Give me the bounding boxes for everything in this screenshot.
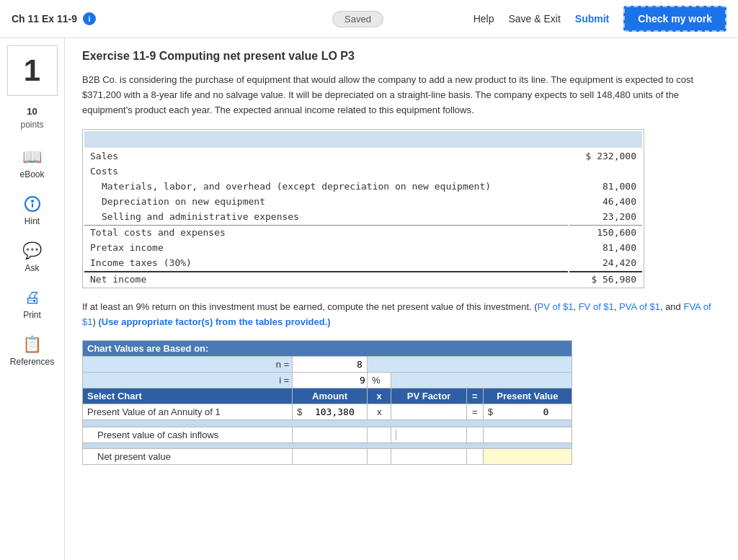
income-row-pretax: Pretax income 81,400 (84, 241, 642, 254)
income-row-depreciation: Depreciation on new equipment 46,400 (84, 195, 642, 208)
top-nav: Ch 11 Ex 11-9 i Saved Help Save & Exit S… (0, 0, 738, 38)
check-my-work-button[interactable]: Check my work (623, 6, 726, 32)
pv1-link[interactable]: PV of $1 (538, 301, 574, 312)
col-header-x: x (367, 388, 391, 404)
income-label-selling: Selling and administrative expenses (84, 210, 568, 223)
income-value-pretax: 81,400 (569, 241, 642, 254)
pva1-link[interactable]: PVA of $1 (619, 301, 660, 312)
chart-select-cell: Present Value of an Annuity of 1 (83, 404, 293, 419)
svg-rect-2 (32, 203, 33, 208)
references-icon: 📋 (22, 334, 43, 355)
n-value (293, 356, 368, 372)
npv-input[interactable] (488, 451, 567, 462)
exercise-body: B2B Co. is considering the purchase of e… (82, 73, 721, 117)
n-input[interactable] (319, 359, 363, 370)
sidebar-item-ask[interactable]: 💬 Ask (4, 235, 61, 279)
chart-pv-cell: $ (483, 404, 572, 419)
income-label-total: Total costs and expenses (84, 225, 568, 239)
col-header-select: Select Chart (83, 388, 293, 404)
cashflow-pv-input[interactable] (396, 430, 453, 440)
nav-right: Help Save & Exit Submit Check my work (474, 6, 726, 32)
npv-blank4 (466, 448, 483, 464)
sidebar: 1 10 points 📖 eBook Hint 💬 Ask 🖨 Print 📋… (0, 38, 65, 560)
col-header-eq: = (466, 388, 483, 404)
sidebar-label-references: References (10, 357, 54, 367)
chart-amount-cell: $ (293, 404, 368, 419)
sidebar-label-ask: Ask (25, 263, 39, 273)
nav-left: Ch 11 Ex 11-9 i (12, 12, 242, 25)
chart-npv-row: Net present value (83, 448, 572, 464)
main-layout: 1 10 points 📖 eBook Hint 💬 Ask 🖨 Print 📋… (0, 38, 738, 560)
hint-icon (22, 194, 43, 214)
i-input[interactable] (337, 375, 365, 386)
chart-x-cell: x (367, 404, 391, 419)
income-value-selling: 23,200 (569, 210, 642, 223)
sidebar-item-hint[interactable]: Hint (4, 188, 61, 232)
chart-pv-factor-cell (391, 404, 466, 419)
cashflow-total (483, 427, 572, 443)
income-label-net: Net income (84, 271, 568, 286)
income-label-materials: Materials, labor, and overhead (except d… (84, 179, 568, 193)
sidebar-item-ebook[interactable]: 📖 eBook (4, 141, 61, 185)
instruction-para: If at least an 9% return on this investm… (82, 300, 721, 330)
sidebar-label-ebook: eBook (19, 169, 44, 179)
col-header-present-value: Present Value (483, 388, 572, 404)
income-label-depreciation: Depreciation on new equipment (84, 195, 568, 208)
i-value (293, 372, 368, 388)
npv-label: Net present value (83, 448, 293, 464)
cashflow-x (367, 427, 391, 443)
income-value-sales: $ 232,000 (569, 149, 642, 163)
income-row-total: Total costs and expenses 150,600 (84, 225, 642, 239)
chart-wrapper: Chart Values are Based on: n = i = (82, 340, 572, 465)
info-icon[interactable]: i (83, 12, 96, 25)
npv-blank2 (367, 448, 391, 464)
chart-data-row-1: Present Value of an Annuity of 1 $ x = $ (83, 404, 572, 419)
income-row-taxes: Income taxes (30%) 24,420 (84, 256, 642, 270)
income-row-selling: Selling and administrative expenses 23,2… (84, 210, 642, 223)
sidebar-label-hint: Hint (25, 216, 40, 226)
income-row-materials: Materials, labor, and overhead (except d… (84, 179, 642, 193)
npv-blank1 (293, 448, 368, 464)
points-value: 10 (27, 106, 37, 117)
amount-input[interactable] (308, 406, 355, 417)
pv-factor-input[interactable] (396, 406, 453, 417)
income-value-costs (569, 164, 642, 178)
chart-col-header: Select Chart Amount x PV Factor = Presen… (83, 388, 572, 404)
question-number: 1 (24, 53, 40, 88)
chart-header-row: Chart Values are Based on: (83, 340, 572, 356)
sidebar-item-print[interactable]: 🖨 Print (4, 282, 61, 326)
chart-spacer-row-2 (83, 443, 572, 448)
income-value-total: 150,600 (569, 225, 642, 239)
save-exit-link[interactable]: Save & Exit (508, 13, 560, 25)
chart-cashflow-row: Present value of cash inflows (83, 427, 572, 443)
chart-eq-cell: = (466, 404, 483, 419)
income-table-spacer (84, 131, 642, 148)
i-label: i = (83, 372, 293, 388)
i-unit: % (367, 372, 391, 388)
npv-blank3 (391, 448, 466, 464)
sidebar-label-print: Print (23, 310, 41, 320)
question-number-box: 1 (7, 45, 58, 96)
pv-input[interactable] (498, 406, 548, 417)
cashflow-eq (466, 427, 483, 443)
help-link[interactable]: Help (474, 13, 494, 25)
submit-link[interactable]: Submit (575, 13, 609, 25)
chart-n-row: n = (83, 356, 572, 372)
instruction-text: If at least an 9% return on this investm… (82, 301, 538, 312)
cashflow-pv (391, 427, 466, 443)
sidebar-item-references[interactable]: 📋 References (4, 329, 61, 373)
income-value-taxes: 24,420 (569, 256, 642, 270)
income-value-depreciation: 46,400 (569, 195, 642, 208)
ebook-icon: 📖 (22, 147, 43, 167)
chart-header-label: Chart Values are Based on: (83, 340, 572, 356)
income-row-costs: Costs (84, 164, 642, 178)
income-value-materials: 81,000 (569, 179, 642, 193)
income-table: Sales $ 232,000 Costs Materials, labor, … (82, 129, 644, 288)
fv1-link[interactable]: FV of $1 (579, 301, 614, 312)
col-header-pv-factor: PV Factor (391, 388, 466, 404)
income-label-taxes: Income taxes (30%) (84, 256, 568, 270)
saved-badge: Saved (332, 11, 383, 27)
content-area: Exercise 11-9 Computing net present valu… (65, 38, 738, 560)
cashflow-total-input[interactable] (488, 430, 546, 440)
ask-icon: 💬 (22, 241, 43, 261)
